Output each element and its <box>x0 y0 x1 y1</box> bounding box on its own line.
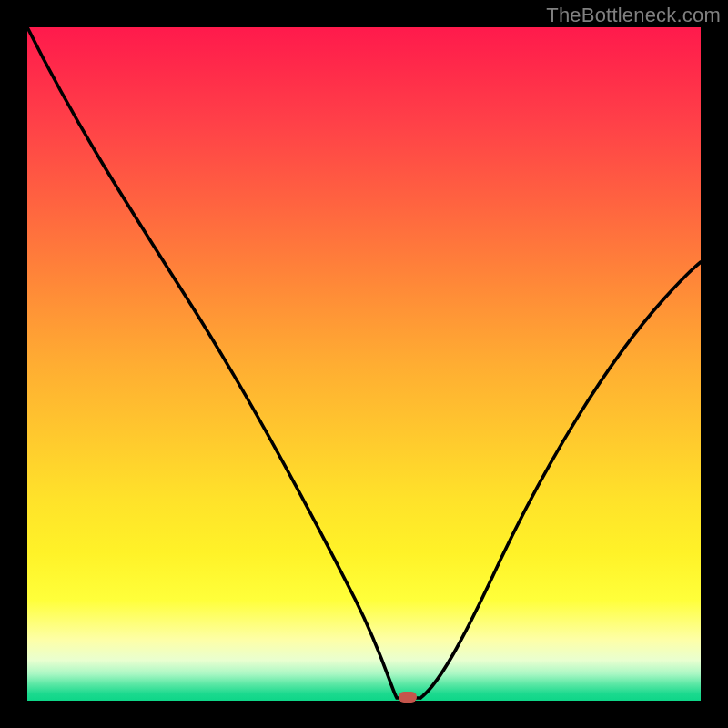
curve-right-branch <box>420 262 701 698</box>
watermark-text: TheBottleneck.com <box>546 4 721 27</box>
curve-left-branch <box>27 27 420 698</box>
bottleneck-curve <box>27 27 701 701</box>
optimal-point-marker <box>399 692 417 703</box>
chart-frame: TheBottleneck.com <box>0 0 728 728</box>
